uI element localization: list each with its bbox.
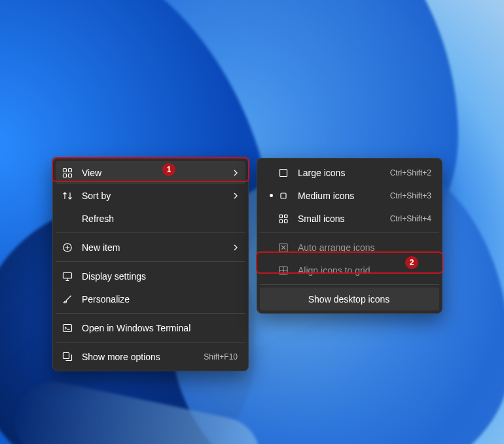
menu-item-label: Open in Windows Terminal (82, 323, 238, 333)
menu-item-label: Align icons to grid (298, 265, 431, 276)
menu-item-shortcut: Shift+F10 (204, 352, 238, 361)
radio-indicator (266, 194, 276, 197)
grid-icon (62, 168, 73, 178)
submenu-item-align-to-grid[interactable]: Align icons to grid (260, 259, 439, 282)
submenu-item-auto-arrange[interactable]: Auto arrange icons (260, 236, 439, 259)
menu-item-open-terminal[interactable]: Open in Windows Terminal (56, 316, 245, 339)
menu-item-sort-by[interactable]: Sort by (56, 184, 245, 207)
menu-item-refresh[interactable]: Refresh (56, 207, 245, 230)
submenu-item-medium-icons[interactable]: Medium icons Ctrl+Shift+3 (260, 184, 439, 207)
svg-rect-2 (63, 174, 67, 177)
menu-item-label: Small icons (298, 213, 384, 224)
auto-arrange-icon (278, 242, 289, 253)
svg-rect-5 (63, 272, 72, 278)
blank-icon (62, 213, 73, 224)
svg-rect-0 (63, 168, 67, 172)
menu-item-label: Personalize (82, 294, 238, 305)
menu-separator (260, 232, 439, 233)
menu-item-label: Sort by (82, 191, 227, 201)
submenu-item-show-desktop-icons[interactable]: Show desktop icons (260, 287, 439, 310)
chevron-right-icon (232, 193, 238, 199)
menu-separator (56, 342, 245, 342)
plus-circle-icon (62, 242, 73, 253)
menu-item-label: Large icons (298, 168, 384, 178)
menu-separator (56, 313, 245, 314)
menu-item-shortcut: Ctrl+Shift+3 (390, 191, 431, 200)
terminal-icon (62, 323, 73, 333)
svg-rect-10 (279, 215, 283, 218)
menu-item-personalize[interactable]: Personalize (56, 287, 245, 310)
svg-rect-8 (280, 169, 287, 176)
menu-separator (56, 232, 245, 233)
menu-item-label: Medium icons (298, 191, 384, 201)
align-grid-icon (278, 265, 289, 276)
menu-item-new[interactable]: New item (56, 236, 245, 259)
menu-separator (56, 261, 245, 262)
svg-rect-11 (285, 215, 288, 218)
display-icon (62, 271, 73, 282)
chevron-right-icon (232, 244, 238, 251)
menu-item-view[interactable]: View (56, 161, 245, 184)
menu-item-show-more-options[interactable]: Show more options Shift+F10 (56, 345, 245, 368)
menu-separator (260, 284, 439, 285)
svg-rect-9 (281, 193, 286, 198)
svg-rect-1 (69, 168, 72, 172)
menu-item-shortcut: Ctrl+Shift+4 (390, 214, 431, 223)
more-options-icon (62, 352, 73, 362)
chevron-right-icon (232, 170, 238, 176)
view-submenu: Large icons Ctrl+Shift+2 Medium icons Ct… (257, 158, 442, 314)
menu-item-label: New item (82, 242, 227, 253)
menu-item-shortcut: Ctrl+Shift+2 (390, 168, 431, 177)
large-icons-icon (278, 168, 289, 178)
menu-item-label: Refresh (82, 213, 238, 224)
menu-item-label: Display settings (82, 271, 238, 282)
svg-rect-6 (63, 324, 72, 331)
medium-icons-icon (278, 191, 289, 201)
menu-item-display-settings[interactable]: Display settings (56, 265, 245, 287)
svg-rect-12 (279, 219, 283, 223)
menu-item-label: View (82, 168, 227, 178)
svg-rect-13 (285, 219, 288, 223)
desktop-context-menu: View Sort by Refresh New item Display se… (52, 158, 249, 371)
small-icons-icon (278, 213, 289, 224)
menu-item-label: Show more options (82, 352, 197, 362)
brush-icon (62, 294, 73, 305)
menu-item-label: Show desktop icons (308, 294, 390, 305)
submenu-item-small-icons[interactable]: Small icons Ctrl+Shift+4 (260, 207, 439, 230)
svg-rect-7 (63, 352, 69, 358)
menu-item-label: Auto arrange icons (298, 242, 431, 253)
sort-icon (62, 191, 73, 201)
svg-rect-3 (69, 174, 72, 177)
submenu-item-large-icons[interactable]: Large icons Ctrl+Shift+2 (260, 161, 439, 184)
